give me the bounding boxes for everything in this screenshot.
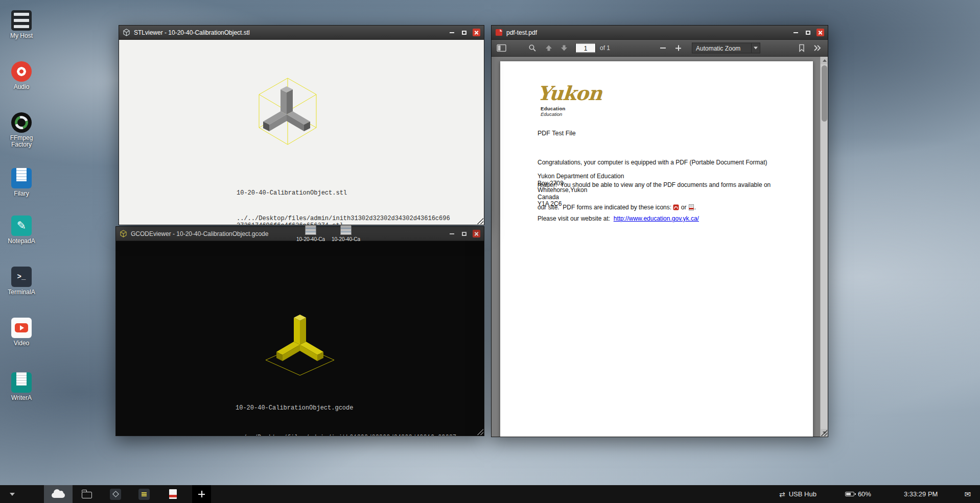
stl-file-info: 10-20-40-CalibrationObject.stl ../../Des… xyxy=(237,175,450,225)
address-block: Yukon Department of Education Box 2703 W… xyxy=(538,173,624,208)
taskbar-add-button[interactable] xyxy=(192,485,211,503)
desktop-icon-label: WriterA xyxy=(5,395,38,401)
desktop-icon-notepada[interactable]: ✎ NotepadA xyxy=(5,215,38,245)
desktop-icon-writera[interactable]: WriterA xyxy=(5,369,38,401)
desktop-icon-label: Audio xyxy=(5,84,38,90)
stl-filename: 10-20-40-CalibrationObject.stl xyxy=(237,189,450,197)
taskbar-cloud-app[interactable] xyxy=(44,485,73,503)
cloud-icon xyxy=(52,493,65,498)
chevron-down-icon xyxy=(751,43,760,53)
pdf-document-icon xyxy=(169,489,177,499)
ffmpeg-icon xyxy=(11,112,32,133)
notepad-icon: ✎ xyxy=(11,215,32,236)
pdf-page: Yukon Education Éducation PDF Test File … xyxy=(500,61,813,437)
zoom-in-icon[interactable] xyxy=(675,45,681,51)
close-button[interactable] xyxy=(473,230,480,237)
desktop-icon-terminala[interactable]: >_ TerminalA xyxy=(5,267,38,296)
website-line: Please visit our website at: http://www.… xyxy=(538,215,699,222)
pdf-document-area[interactable]: Yukon Education Éducation PDF Test File … xyxy=(492,57,828,437)
minimize-button[interactable] xyxy=(448,230,456,237)
taskbar-file-manager[interactable] xyxy=(73,485,101,503)
bookmark-icon[interactable] xyxy=(798,44,805,52)
acrobat-reader-icon xyxy=(673,204,679,210)
minimize-button[interactable] xyxy=(792,29,800,36)
desktop-icon-video[interactable]: Video xyxy=(5,318,38,347)
minimize-button[interactable] xyxy=(448,29,456,36)
toolbar-overflow-icon[interactable] xyxy=(813,44,822,52)
usb-hub-status[interactable]: ⇄ USB Hub xyxy=(779,490,816,498)
website-link[interactable]: http://www.education.gov.yk.ca/ xyxy=(614,215,699,222)
desktop-icon-label: Video xyxy=(5,340,38,347)
scrollbar-thumb[interactable] xyxy=(822,65,827,122)
yukon-logo: Yukon Education Éducation xyxy=(538,82,602,117)
maximize-button[interactable] xyxy=(460,29,468,36)
vertical-scrollbar[interactable] xyxy=(820,57,828,437)
desktop-icon-label: NotepadA xyxy=(5,238,38,245)
gcode-file-info: 10-20-40-CalibrationObject.gcode ../../D… xyxy=(236,389,456,436)
battery-status[interactable]: 60% xyxy=(845,490,871,498)
terminal-icon: >_ xyxy=(11,267,32,287)
battery-icon xyxy=(845,492,854,496)
stl-viewport[interactable]: 10-20-40-CalibrationObject.stl ../../Des… xyxy=(119,40,484,225)
server-icon xyxy=(11,10,32,31)
desktop-icon-filary[interactable]: Filary xyxy=(5,164,38,197)
stl-titlebar[interactable]: STLviewer - 10-20-40-CalibrationObject.s… xyxy=(119,26,484,40)
pdf-app-icon xyxy=(495,29,503,36)
gcode-filepath: ../../Desktop/files/admin/inith31302d323… xyxy=(236,434,456,436)
usb-switch-icon: ⇄ xyxy=(779,490,785,498)
pdf-form-icon xyxy=(688,204,694,210)
close-button[interactable] xyxy=(473,29,480,36)
layers-app-icon xyxy=(138,489,150,500)
window-title: GCODEviewer - 10-20-40-CalibrationObject… xyxy=(131,230,445,237)
stl-filepath: ../../Desktop/files/admin/inith31302d323… xyxy=(237,215,450,225)
window-title: STLviewer - 10-20-40-CalibrationObject.s… xyxy=(134,29,445,36)
plus-icon xyxy=(198,491,205,497)
clock[interactable]: 3:33:29 PM xyxy=(904,490,938,498)
desktop-icon-label: FFmpeg Factory xyxy=(5,135,38,148)
pdf-heading: PDF Test File xyxy=(538,130,576,137)
page-up-icon[interactable] xyxy=(545,44,553,52)
zoom-level-select[interactable]: Automatic Zoom xyxy=(692,43,760,54)
gcode-app-icon xyxy=(120,230,127,237)
desktop-icon-audio[interactable]: Audio xyxy=(5,61,38,90)
zoom-level-value: Automatic Zoom xyxy=(696,44,740,52)
file-manager-icon xyxy=(11,168,32,188)
page-number-input[interactable] xyxy=(575,43,596,53)
mail-icon[interactable]: ✉ xyxy=(964,490,971,499)
video-player-icon xyxy=(11,318,32,338)
audio-icon xyxy=(11,61,32,82)
gcode-viewport[interactable]: 10-20-40-CalibrationObject.gcode ../../D… xyxy=(116,241,484,436)
taskbar: ⇄ USB Hub 60% 3:33:29 PM ✉ xyxy=(0,485,980,503)
page-down-icon[interactable] xyxy=(560,44,568,52)
folder-icon xyxy=(82,492,92,498)
taskbar-stl-app[interactable] xyxy=(101,485,130,503)
zoom-out-icon[interactable] xyxy=(660,47,666,49)
scroll-up-icon[interactable] xyxy=(821,57,828,64)
search-icon[interactable] xyxy=(528,44,536,52)
desktop-icon-label: Filary xyxy=(5,190,38,197)
taskbar-expand-caret[interactable] xyxy=(9,493,15,496)
pdf-titlebar[interactable]: pdf-test.pdf xyxy=(492,26,828,40)
taskbar-gcode-app[interactable] xyxy=(130,485,158,503)
resize-grip[interactable] xyxy=(475,427,483,435)
pdf-toolbar: of 1 Automatic Zoom xyxy=(492,40,828,57)
writer-icon xyxy=(11,372,32,393)
gcode-filename: 10-20-40-CalibrationObject.gcode xyxy=(236,404,456,412)
gcode-3d-model xyxy=(262,300,338,376)
usb-hub-label: USB Hub xyxy=(789,490,816,498)
maximize-button[interactable] xyxy=(460,230,468,237)
resize-grip[interactable] xyxy=(475,216,483,224)
taskbar-pdf-app[interactable] xyxy=(158,485,187,503)
stl-viewer-window: STLviewer - 10-20-40-CalibrationObject.s… xyxy=(119,25,484,225)
pdf-viewer-window: pdf-test.pdf of 1 xyxy=(491,25,828,437)
desktop-icon-ffmpeg-factory[interactable]: FFmpeg Factory xyxy=(5,112,38,148)
desktop-icon-label: My Host xyxy=(5,33,38,39)
stl-3d-model xyxy=(247,63,329,157)
gcode-viewer-window: GCODEviewer - 10-20-40-CalibrationObject… xyxy=(115,226,484,436)
cube-app-icon xyxy=(110,489,121,500)
page-count-label: of 1 xyxy=(600,44,610,52)
maximize-button[interactable] xyxy=(804,29,812,36)
close-button[interactable] xyxy=(816,29,824,36)
sidebar-toggle-icon[interactable] xyxy=(497,44,506,52)
desktop-icon-my-host[interactable]: My Host xyxy=(5,10,38,39)
